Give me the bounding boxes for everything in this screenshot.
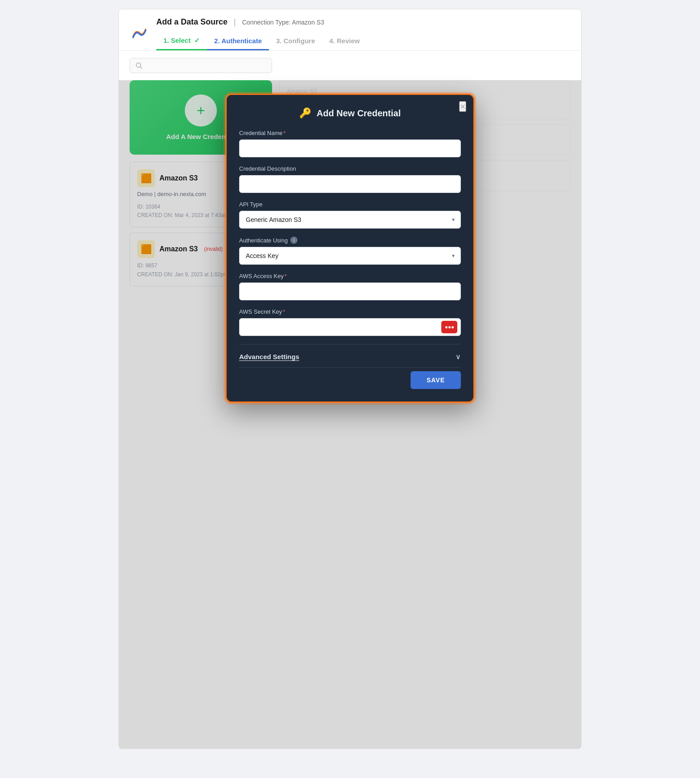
- add-credential-modal: × 🔑 Add New Credential Credential Name* …: [225, 94, 475, 403]
- main-content: + Add A New Credential 🟧 Amazon S3 Demo …: [119, 80, 581, 749]
- logo-icon: [130, 24, 149, 44]
- credential-description-input[interactable]: [239, 175, 461, 193]
- page-wrapper: Add a Data Source | Connection Type: Ama…: [118, 9, 582, 749]
- authenticate-using-select[interactable]: Access Key: [239, 247, 461, 265]
- svg-line-1: [140, 67, 142, 69]
- aws-secret-key-input[interactable]: [239, 318, 461, 336]
- step-configure[interactable]: 3. Configure: [269, 33, 322, 50]
- modal-title: Add New Credential: [317, 108, 401, 119]
- search-icon: [135, 62, 142, 69]
- advanced-settings-row[interactable]: Advanced Settings ∨: [239, 344, 461, 367]
- key-icon: 🔑: [299, 107, 311, 119]
- search-input[interactable]: [146, 62, 266, 69]
- advanced-settings-label: Advanced Settings: [239, 353, 299, 360]
- credential-name-input[interactable]: [239, 139, 461, 157]
- modal-overlay: × 🔑 Add New Credential Credential Name* …: [119, 80, 581, 749]
- credential-name-group: Credential Name*: [239, 130, 461, 157]
- api-type-select[interactable]: Generic Amazon S3: [239, 211, 461, 229]
- aws-secret-key-label: AWS Secret Key*: [239, 308, 461, 315]
- aws-access-key-group: AWS Access Key*: [239, 273, 461, 300]
- info-icon[interactable]: i: [290, 237, 297, 244]
- search-bar: [130, 58, 272, 73]
- header: Add a Data Source | Connection Type: Ama…: [119, 9, 581, 51]
- modal-header: 🔑 Add New Credential: [239, 107, 461, 119]
- aws-access-key-input[interactable]: [239, 283, 461, 300]
- credential-description-group: Credential Description: [239, 165, 461, 193]
- authenticate-using-label: Authenticate Using: [239, 237, 288, 244]
- step-review[interactable]: 4. Review: [322, 33, 367, 50]
- modal-close-button[interactable]: ×: [459, 101, 466, 112]
- step-authenticate[interactable]: 2. Authenticate: [207, 33, 269, 50]
- header-title-group: Add a Data Source | Connection Type: Ama…: [156, 17, 367, 50]
- credential-name-label: Credential Name*: [239, 130, 461, 136]
- page-title: Add a Data Source: [156, 17, 228, 27]
- header-title: Add a Data Source | Connection Type: Ama…: [156, 17, 367, 27]
- step-select[interactable]: 1. Select ✓: [156, 32, 207, 50]
- secret-toggle-button[interactable]: [441, 321, 457, 333]
- aws-secret-key-group: AWS Secret Key*: [239, 308, 461, 336]
- api-type-group: API Type Generic Amazon S3 ▾: [239, 201, 461, 229]
- api-type-label: API Type: [239, 201, 461, 208]
- search-bar-container: [119, 51, 581, 80]
- steps-nav: 1. Select ✓ 2. Authenticate 3. Configure…: [156, 32, 367, 50]
- authenticate-using-group: Authenticate Using i Access Key ▾: [239, 237, 461, 265]
- modal-footer: SAVE: [239, 367, 461, 389]
- advanced-settings-chevron-icon: ∨: [456, 352, 461, 361]
- save-button[interactable]: SAVE: [411, 371, 461, 389]
- aws-access-key-label: AWS Access Key*: [239, 273, 461, 279]
- step-check-icon: ✓: [194, 37, 200, 44]
- connection-type: Connection Type: Amazon S3: [242, 19, 324, 26]
- credential-description-label: Credential Description: [239, 165, 461, 172]
